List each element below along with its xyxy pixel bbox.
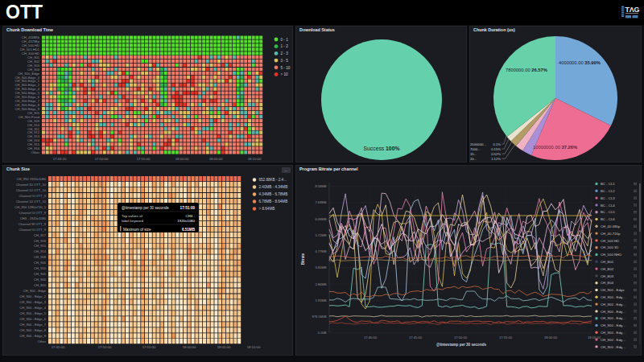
svg-text:7800000.00 26.57%: 7800000.00 26.57% [506,68,547,72]
svg-text:CH_500 3D: CH_500 3D [601,245,618,249]
svg-text:Maximum of size: Maximum of size [123,228,151,232]
svg-text:Top values of: Top values of [122,214,143,218]
svg-text:2.40MB - 4.34MB: 2.40MB - 4.34MB [259,185,288,189]
svg-text:3.81MB: 3.81MB [315,265,326,269]
svg-text:BC - CL2: BC - CL2 [601,189,615,193]
svg-text:> 10: > 10 [281,72,289,76]
svg-text:17:51:00: 17:51:00 [180,206,196,210]
svg-text:18:05:00: 18:05:00 [209,157,223,161]
svg-text:1.91MB: 1.91MB [315,298,326,302]
svg-text:Channel W OTT_9: Channel W OTT_9 [19,222,47,226]
svg-text:CH_900 - Edg...: CH_900 - Edg... [601,338,625,342]
svg-text:6.51MB: 6.51MB [182,228,196,232]
svg-text:18:10:00: 18:10:00 [247,345,261,349]
svg-text:18:05:00: 18:05:00 [217,345,231,349]
svg-text:Channel G OTT_9: Channel G OTT_9 [19,194,47,198]
svg-text:Bitrate: Bitrate [301,253,305,265]
svg-text:CH_915: CH_915 [34,244,47,248]
svg-text:CH_900 - Edge: CH_900 - Edge [23,289,47,293]
svg-text:BC - CL3: BC - CL3 [601,196,615,200]
svg-text:CH_B02: CH_B02 [601,267,614,271]
svg-text:BC - CL1: BC - CL1 [601,182,615,186]
svg-text:5 - 10: 5 - 10 [281,66,291,70]
svg-text:Other: Other [31,150,40,154]
svg-text:1920x1080: 1920x1080 [177,219,195,223]
svg-text:18:00:00: 18:00:00 [544,335,558,339]
svg-text:2000000...: 2000000... [470,142,486,146]
svg-text:0.52%: 0.52% [491,152,501,156]
svg-text:CH_900 - Edg...: CH_900 - Edg... [601,345,625,349]
svg-text:CH_900 - Edg...: CH_900 - Edg... [601,323,625,327]
svg-text:Other: Other [38,339,47,343]
svg-text:Channel G OTT_9: Channel G OTT_9 [19,211,47,215]
svg-text:4000000.00 35.99%: 4000000.00 35.99% [559,60,601,65]
svg-text:CH_900 - Edge_2: CH_900 - Edge_2 [19,294,46,298]
svg-text:CH_900 - Edg...: CH_900 - Edg... [601,302,625,306]
svg-text:17:55:00: 17:55:00 [142,345,156,349]
svg-text:@timestamp per 30 seconds: @timestamp per 30 seconds [436,343,487,347]
svg-text:CH_500 NHD: CH_500 NHD [601,253,621,257]
svg-text:4.34MB - 6.78MB: 4.34MB - 6.78MB [259,192,288,196]
svg-text:18:10:00: 18:10:00 [248,157,262,161]
svg-text:8.58MB: 8.58MB [315,184,326,188]
svg-text:17:50:00: 17:50:00 [95,157,109,161]
svg-text:15...: 15... [470,152,477,156]
svg-text:CH_500 HD: CH_500 HD [601,239,619,243]
svg-text:BC - CL5: BC - CL5 [601,210,615,214]
svg-text:CH_908: CH_908 [34,255,47,259]
svg-text:Channel 12 OTT_10: Channel 12 OTT_10 [16,188,47,192]
svg-text:1.12%: 1.12% [491,157,501,161]
svg-text:17:40:00: 17:40:00 [364,335,378,339]
svg-text:CH_900 - Edge_3: CH_900 - Edge_3 [19,300,46,304]
svg-text:CH_900 - Edge_4: CH_900 - Edge_4 [19,306,46,310]
svg-text:CH3 -: CH3 - [186,214,196,218]
svg-text:Program Bitrate per channel: Program Bitrate per channel [299,167,358,171]
svg-text:CH_900 - Edge_6: CH_900 - Edge_6 [19,317,46,321]
svg-text:0.15%: 0.15% [491,147,501,151]
svg-text:0 - 1: 0 - 1 [281,38,289,42]
svg-text:6.78MB - 8.64MB: 6.78MB - 8.64MB [259,200,288,204]
svg-text:CH_900 - Edge_5: CH_900 - Edge_5 [19,311,46,315]
svg-text:CH_900 - Edge: CH_900 - Edge [601,288,625,292]
svg-text:CH_914: CH_914 [34,249,47,253]
svg-text:1 - 2: 1 - 2 [281,44,289,48]
svg-text:CH_40-720p: CH_40-720p [601,232,621,236]
svg-text:CH_900 - Edge_7: CH_900 - Edge_7 [19,323,46,327]
svg-text:CH_800: CH_800 [34,283,47,287]
svg-text:CH_40 480p: CH_40 480p [601,224,621,228]
svg-text:CH_906: CH_906 [34,261,47,265]
svg-text:17:43:20: 17:43:20 [53,157,67,161]
svg-text:4.77MB: 4.77MB [315,249,326,253]
svg-text:10000000.00 37.26%: 10000000.00 37.26% [533,145,577,150]
svg-text:Channel 14 OTT_10: Channel 14 OTT_10 [16,200,47,204]
svg-text:18:05:00: 18:05:00 [588,335,601,339]
svg-text:@timestamp per 30 seconds: @timestamp per 30 seconds [122,206,169,210]
svg-text:Chunk Size: Chunk Size [6,167,30,171]
svg-text:CH_B04: CH_B04 [601,281,614,285]
svg-text:CH_900 - Edg...: CH_900 - Edg... [601,295,625,299]
svg-text:17:55:00: 17:55:00 [137,157,151,161]
svg-text:CH_B01: CH_B01 [601,260,614,264]
svg-text:0.00B: 0.00B [318,331,327,335]
svg-text:CH_900 - Edge_8: CH_900 - Edge_8 [19,328,46,332]
svg-text:BC - CL4: BC - CL4 [601,204,615,208]
svg-text:7.63MB: 7.63MB [315,200,326,204]
svg-text:2.86MB: 2.86MB [315,282,326,286]
svg-text:7000...: 7000... [470,147,481,151]
svg-text:> 8.64MB: > 8.64MB [259,207,275,211]
svg-text:5.72MB: 5.72MB [315,233,326,237]
svg-text:Channel G OTT_9: Channel G OTT_9 [19,228,47,232]
svg-text:2 - 3: 2 - 3 [281,51,289,56]
svg-text:CH_900 - Edge_9: CH_900 - Edge_9 [19,334,46,338]
svg-text:CH_916: CH_916 [34,239,47,243]
svg-text:CH_900 - Edg...: CH_900 - Edg... [601,310,625,314]
svg-text:Download Status: Download Status [299,27,335,32]
svg-text:CH_950 1280x720_1: CH_950 1280x720_1 [14,205,46,209]
svg-text:CH_B03: CH_B03 [601,274,614,278]
svg-text:0.1%: 0.1% [493,142,501,146]
svg-text:17:55:00: 17:55:00 [499,335,513,339]
svg-text:652.88KB - 2.4...: 652.88KB - 2.4... [259,178,287,182]
svg-text:CH_900: CH_900 [34,278,47,282]
svg-text:Chunk Download Time: Chunk Download Time [6,27,53,32]
svg-text:6.68MB: 6.68MB [315,217,326,221]
